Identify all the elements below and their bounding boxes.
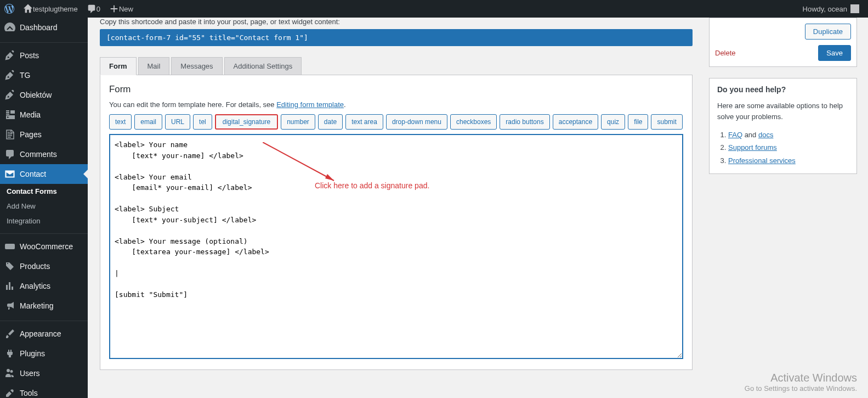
menu-comments[interactable]: Comments (0, 144, 88, 164)
plug-icon (4, 348, 15, 359)
submenu-add-new[interactable]: Add New (0, 199, 88, 214)
site-name-link[interactable]: testplugtheme (19, 0, 82, 18)
faq-link[interactable]: FAQ (728, 131, 742, 139)
woo-icon (4, 241, 15, 252)
menu-marketing[interactable]: Marketing (0, 296, 88, 316)
tab-additional[interactable]: Additional Settings (224, 57, 302, 75)
svg-rect-0 (5, 244, 15, 249)
editing-template-link[interactable]: Editing form template (276, 100, 344, 109)
tag-date[interactable]: date (318, 114, 343, 130)
home-icon (23, 4, 33, 14)
duplicate-button[interactable]: Duplicate (805, 24, 851, 40)
comments-link[interactable]: 0 (82, 0, 105, 18)
menu-contact[interactable]: Contact (0, 164, 88, 184)
docs-link[interactable]: docs (758, 131, 773, 139)
tag-number[interactable]: number (281, 114, 315, 130)
menu-pages[interactable]: Pages (0, 125, 88, 144)
my-account-link[interactable]: Howdy, ocean (798, 0, 864, 18)
media-icon (4, 109, 15, 120)
menu-plugins[interactable]: Plugins (0, 344, 88, 363)
menu-analytics[interactable]: Analytics (0, 276, 88, 296)
tag-radio[interactable]: radio buttons (500, 114, 549, 130)
tab-mail[interactable]: Mail (138, 57, 170, 75)
menu-separator (0, 318, 88, 321)
support-link[interactable]: Support forums (728, 143, 777, 152)
pin-icon (4, 50, 15, 61)
plus-icon (109, 4, 119, 14)
tag-text[interactable]: text (109, 114, 132, 130)
menu-media[interactable]: Media (0, 105, 88, 125)
menu-products[interactable]: Products (0, 256, 88, 276)
brush-icon (4, 328, 15, 339)
menu-users[interactable]: Users (0, 363, 88, 381)
tag-checkboxes[interactable]: checkboxes (450, 114, 497, 130)
new-label: New (119, 5, 133, 13)
comment-icon (4, 149, 15, 160)
users-icon (4, 368, 15, 379)
menu-obiektow[interactable]: Obiektów (0, 85, 88, 105)
menu-tg[interactable]: TG (0, 65, 88, 85)
comment-icon (87, 4, 97, 14)
pin-icon (4, 70, 15, 81)
admin-menu: Dashboard Posts TG Obiektów Media Pages … (0, 18, 88, 381)
pin-icon (4, 89, 15, 100)
submenu-contact-forms[interactable]: Contact Forms (0, 184, 88, 199)
menu-separator (0, 40, 88, 43)
form-heading: Form (109, 84, 683, 95)
analytics-icon (4, 281, 15, 292)
tag-email[interactable]: email (134, 114, 162, 130)
tag-submit[interactable]: submit (651, 114, 682, 130)
help-title: Do you need help? (717, 85, 849, 94)
menu-separator (0, 231, 88, 234)
menu-appearance[interactable]: Appearance (0, 324, 88, 344)
delete-link[interactable]: Delete (715, 49, 736, 57)
menu-posts[interactable]: Posts (0, 46, 88, 65)
tag-file[interactable]: file (628, 114, 648, 130)
admin-bar: testplugtheme 0 New Howdy, ocean (0, 0, 868, 18)
publish-box: Duplicate Delete Save (709, 18, 857, 67)
form-description: You can edit the form template here. For… (109, 100, 683, 109)
form-code-textarea[interactable] (109, 134, 683, 359)
tag-generator-row: text email URL tel digital_signature num… (109, 114, 683, 130)
howdy-text: Howdy, ocean (803, 5, 847, 13)
tag-tel[interactable]: tel (193, 114, 212, 130)
tag-dropdown[interactable]: drop-down menu (386, 114, 447, 130)
products-icon (4, 261, 15, 272)
dashboard-icon (4, 22, 15, 33)
email-icon (4, 169, 15, 180)
help-item-pro: Professional services (728, 154, 849, 167)
tag-acceptance[interactable]: acceptance (553, 114, 598, 130)
tab-form[interactable]: Form (100, 57, 137, 75)
help-box: Do you need help? Here are some availabl… (709, 78, 857, 174)
save-button[interactable]: Save (818, 45, 851, 61)
site-name-label: testplugtheme (33, 5, 78, 13)
help-item-faq: FAQ and docs (728, 128, 849, 141)
shortcode-box[interactable]: [contact-form-7 id="55" title="Contact f… (100, 29, 693, 46)
avatar (850, 4, 859, 13)
new-content-link[interactable]: New (105, 0, 138, 18)
windows-watermark: Activate Windows Go to Settings to activ… (745, 372, 857, 381)
wp-logo-menu[interactable] (0, 0, 19, 18)
tag-textarea[interactable]: text area (345, 114, 383, 130)
submenu-integration[interactable]: Integration (0, 214, 88, 228)
menu-dashboard[interactable]: Dashboard (0, 18, 88, 37)
menu-woocommerce[interactable]: WooCommerce (0, 237, 88, 256)
page-icon (4, 129, 15, 140)
shortcode-note: Copy this shortcode and paste it into yo… (100, 18, 693, 26)
pro-link[interactable]: Professional services (728, 156, 796, 165)
wordpress-icon (4, 4, 14, 14)
help-desc: Here are some available options to help … (717, 100, 849, 122)
tag-url[interactable]: URL (165, 114, 190, 130)
form-panel: Form You can edit the form template here… (100, 75, 693, 370)
tag-digital-signature[interactable]: digital_signature (215, 114, 278, 130)
help-item-support: Support forums (728, 141, 849, 154)
megaphone-icon (4, 300, 15, 311)
editor-tabs: Form Mail Messages Additional Settings (100, 57, 693, 75)
comments-count: 0 (97, 5, 100, 13)
sidebar-meta: Duplicate Delete Save Do you need help? … (709, 18, 857, 174)
tab-messages[interactable]: Messages (171, 57, 222, 75)
tag-quiz[interactable]: quiz (601, 114, 625, 130)
